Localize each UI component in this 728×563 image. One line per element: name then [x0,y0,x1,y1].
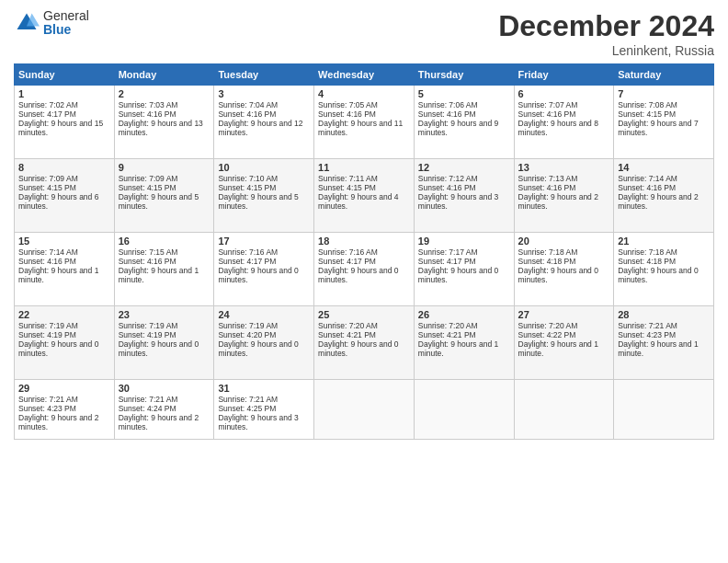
header-monday: Monday [114,64,214,86]
logo-general-text: General [43,9,89,23]
header-tuesday: Tuesday [214,64,314,86]
table-row: 26Sunrise: 7:20 AMSunset: 4:21 PMDayligh… [414,306,514,380]
table-row: 28Sunrise: 7:21 AMSunset: 4:23 PMDayligh… [614,306,714,380]
calendar-table: Sunday Monday Tuesday Wednesday Thursday… [14,63,714,440]
table-row: 2Sunrise: 7:03 AMSunset: 4:16 PMDaylight… [114,86,214,159]
logo: General Blue [14,9,89,38]
table-row: 11Sunrise: 7:11 AMSunset: 4:15 PMDayligh… [314,159,415,233]
table-row: 4Sunrise: 7:05 AMSunset: 4:16 PMDaylight… [314,86,415,159]
table-row: 19Sunrise: 7:17 AMSunset: 4:17 PMDayligh… [414,233,514,306]
table-row: 23Sunrise: 7:19 AMSunset: 4:19 PMDayligh… [114,306,214,380]
weekday-header-row: Sunday Monday Tuesday Wednesday Thursday… [15,64,714,86]
table-row [314,380,415,440]
table-row: 25Sunrise: 7:20 AMSunset: 4:21 PMDayligh… [314,306,415,380]
header-friday: Friday [514,64,614,86]
table-row: 15Sunrise: 7:14 AMSunset: 4:16 PMDayligh… [15,233,115,306]
table-row: 5Sunrise: 7:06 AMSunset: 4:16 PMDaylight… [414,86,514,159]
table-row: 12Sunrise: 7:12 AMSunset: 4:16 PMDayligh… [414,159,514,233]
table-row: 13Sunrise: 7:13 AMSunset: 4:16 PMDayligh… [514,159,614,233]
table-row: 31Sunrise: 7:21 AMSunset: 4:25 PMDayligh… [214,380,314,440]
table-row: 22Sunrise: 7:19 AMSunset: 4:19 PMDayligh… [15,306,115,380]
logo-icon [14,10,40,36]
table-row: 17Sunrise: 7:16 AMSunset: 4:17 PMDayligh… [214,233,314,306]
table-row: 10Sunrise: 7:10 AMSunset: 4:15 PMDayligh… [214,159,314,233]
table-row: 16Sunrise: 7:15 AMSunset: 4:16 PMDayligh… [114,233,214,306]
table-row [614,380,714,440]
header-thursday: Thursday [414,64,514,86]
table-row: 1Sunrise: 7:02 AMSunset: 4:17 PMDaylight… [15,86,115,159]
page: General Blue December 2024 Leninkent, Ru… [0,0,728,563]
table-row: 29Sunrise: 7:21 AMSunset: 4:23 PMDayligh… [15,380,115,440]
table-row: 7Sunrise: 7:08 AMSunset: 4:15 PMDaylight… [614,86,714,159]
header-wednesday: Wednesday [314,64,415,86]
table-row [414,380,514,440]
table-row: 21Sunrise: 7:18 AMSunset: 4:18 PMDayligh… [614,233,714,306]
table-row: 18Sunrise: 7:16 AMSunset: 4:17 PMDayligh… [314,233,415,306]
table-row: 8Sunrise: 7:09 AMSunset: 4:15 PMDaylight… [15,159,115,233]
table-row [514,380,614,440]
table-row: 20Sunrise: 7:18 AMSunset: 4:18 PMDayligh… [514,233,614,306]
location: Leninkent, Russia [498,43,714,58]
month-title: December 2024 [498,9,714,43]
title-block: December 2024 Leninkent, Russia [498,9,714,58]
table-row: 6Sunrise: 7:07 AMSunset: 4:16 PMDaylight… [514,86,614,159]
table-row: 3Sunrise: 7:04 AMSunset: 4:16 PMDaylight… [214,86,314,159]
header-saturday: Saturday [614,64,714,86]
table-row: 30Sunrise: 7:21 AMSunset: 4:24 PMDayligh… [114,380,214,440]
header-sunday: Sunday [15,64,115,86]
table-row: 27Sunrise: 7:20 AMSunset: 4:22 PMDayligh… [514,306,614,380]
table-row: 9Sunrise: 7:09 AMSunset: 4:15 PMDaylight… [114,159,214,233]
table-row: 24Sunrise: 7:19 AMSunset: 4:20 PMDayligh… [214,306,314,380]
logo-blue-text: Blue [43,23,89,37]
table-row: 14Sunrise: 7:14 AMSunset: 4:16 PMDayligh… [614,159,714,233]
header: General Blue December 2024 Leninkent, Ru… [14,9,714,58]
logo-text: General Blue [43,9,89,38]
